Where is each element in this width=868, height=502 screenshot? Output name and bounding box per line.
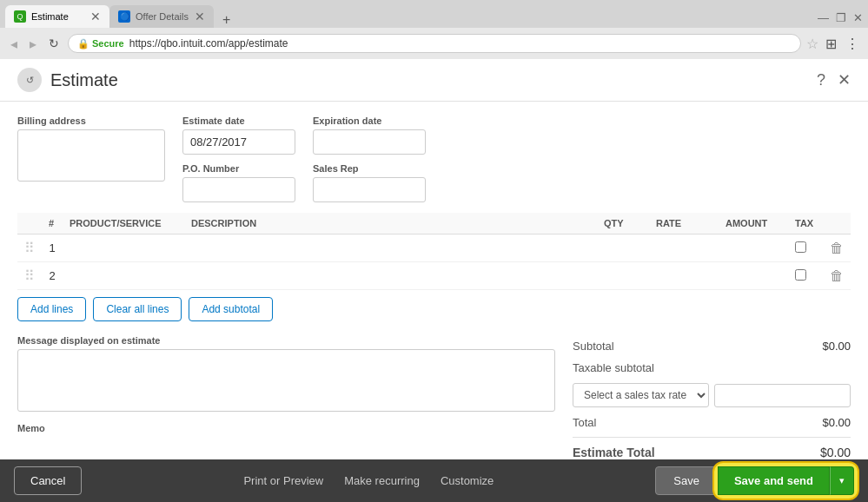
rate-input-2[interactable] [656, 269, 712, 282]
amount-input-2[interactable] [726, 269, 781, 282]
tax-checkbox-1[interactable] [795, 241, 806, 253]
col-product: PRODUCT/SERVICE [63, 213, 184, 234]
window-close-button[interactable]: ✕ [853, 11, 863, 24]
estimate-date-label: Estimate date [182, 116, 295, 126]
delete-row-1-button[interactable]: 🗑 [830, 241, 844, 256]
billing-address-group: Billing address [17, 116, 165, 202]
extensions-icon[interactable]: ⊞ [824, 34, 838, 54]
col-delete [823, 213, 851, 234]
table-actions: Add lines Clear all lines Add subtotal [17, 297, 851, 321]
tax-rate-select[interactable]: Select a sales tax rate [573, 383, 709, 407]
footer: Cancel Print or Preview Make recurring C… [0, 459, 868, 502]
save-and-send-dropdown-button[interactable]: ▾ [830, 466, 854, 495]
memo-label: Memo [17, 423, 555, 433]
billing-address-input[interactable] [17, 129, 165, 182]
url-text: https://qbo.intuit.com/app/estimate [129, 37, 288, 50]
tab-offer-details[interactable]: 🔵 Offer Details ✕ [109, 5, 214, 28]
subtotal-value: $0.00 [798, 340, 851, 353]
table-row: ⠿ 1 🗑 [17, 234, 851, 262]
po-number-label: P.O. Number [182, 163, 295, 174]
address-bar-row: ◂ ▸ ↻ 🔒 Secure https://qbo.intuit.com/ap… [0, 28, 868, 59]
tab-offer-details-close[interactable]: ✕ [195, 10, 205, 23]
bookmark-button[interactable]: ☆ [806, 36, 818, 52]
po-number-input[interactable] [182, 177, 295, 202]
page-title: Estimate [50, 70, 118, 90]
drag-handle-1[interactable]: ⠿ [24, 241, 35, 255]
expiration-date-input[interactable] [313, 129, 426, 155]
lock-icon: 🔒 [77, 38, 89, 50]
right-section: Subtotal $0.00 Taxable subtotal Select a… [573, 335, 851, 459]
col-amount: AMOUNT [719, 213, 788, 234]
estimate-date-input[interactable]: 08/27/2017 [182, 129, 295, 155]
subtotal-row: Subtotal $0.00 [573, 335, 851, 357]
tax-amount-input[interactable] [714, 384, 851, 407]
taxable-subtotal-row: Taxable subtotal [573, 357, 851, 379]
col-num: # [42, 213, 63, 234]
footer-right: Save Save and send ▾ [655, 466, 854, 495]
qty-input-2[interactable] [604, 269, 642, 282]
tab-favicon-od: 🔵 [118, 10, 130, 23]
minimize-button[interactable]: — [818, 11, 829, 24]
tab-estimate[interactable]: Q Estimate ✕ [5, 5, 109, 28]
row-num-2: 2 [42, 262, 63, 290]
row-num-1: 1 [42, 234, 63, 262]
toolbar-right: ⊞ ⋮ [824, 34, 861, 54]
sales-rep-label: Sales Rep [313, 163, 426, 174]
footer-center: Print or Preview Make recurring Customiz… [243, 474, 494, 487]
rate-input-1[interactable] [656, 241, 712, 254]
form-top-row: Billing address Estimate date 08/27/2017… [17, 116, 851, 202]
line-items-table: # PRODUCT/SERVICE DESCRIPTION QTY RATE A… [17, 213, 851, 290]
total-label: Total [573, 416, 596, 429]
app-close-button[interactable]: ✕ [838, 70, 851, 89]
message-textarea[interactable] [17, 349, 555, 412]
drag-handle-2[interactable]: ⠿ [24, 268, 35, 283]
total-row: Total $0.00 [573, 412, 851, 433]
add-subtotal-button[interactable]: Add subtotal [189, 297, 273, 321]
qty-input-1[interactable] [604, 241, 642, 254]
clear-all-lines-button[interactable]: Clear all lines [93, 297, 182, 321]
tab-offer-details-label: Offer Details [136, 11, 189, 22]
po-row: P.O. Number Sales Rep [182, 163, 426, 202]
header-right: ? ✕ [817, 70, 851, 89]
product-input-1[interactable] [70, 241, 177, 254]
tab-estimate-close[interactable]: ✕ [90, 10, 101, 23]
sales-rep-input[interactable] [313, 177, 426, 202]
total-value: $0.00 [798, 416, 851, 429]
tab-favicon-qbo: Q [14, 10, 26, 23]
make-recurring-button[interactable]: Make recurring [344, 474, 420, 487]
reload-button[interactable]: ↻ [45, 35, 63, 52]
col-tax: TAX [788, 213, 823, 234]
delete-row-2-button[interactable]: 🗑 [830, 268, 844, 284]
estimate-total-label: Estimate Total [573, 446, 655, 459]
description-input-2[interactable] [191, 269, 590, 282]
browser-chrome: Q Estimate ✕ 🔵 Offer Details ✕ + — ❐ ✕ ◂… [0, 0, 868, 59]
tax-checkbox-2[interactable] [795, 269, 806, 281]
col-drag [17, 213, 42, 234]
save-button[interactable]: Save [655, 466, 718, 495]
forward-button[interactable]: ▸ [26, 34, 40, 54]
subtotal-label: Subtotal [573, 340, 614, 353]
maximize-button[interactable]: ❐ [836, 11, 846, 24]
product-input-2[interactable] [70, 269, 177, 282]
estimate-date-group: Estimate date 08/27/2017 [182, 116, 295, 155]
add-lines-button[interactable]: Add lines [17, 297, 86, 321]
menu-icon[interactable]: ⋮ [844, 34, 861, 54]
amount-input-1[interactable] [726, 241, 781, 254]
back-button[interactable]: ◂ [7, 34, 21, 54]
help-button[interactable]: ? [817, 71, 825, 89]
bottom-section: Message displayed on estimate Memo Subto… [17, 335, 851, 459]
customize-button[interactable]: Customize [441, 474, 494, 487]
new-tab-button[interactable]: + [217, 12, 235, 28]
taxable-subtotal-label: Taxable subtotal [573, 361, 654, 374]
tab-estimate-label: Estimate [31, 11, 69, 22]
save-and-send-group: Save and send ▾ [718, 466, 854, 495]
table-header-row: # PRODUCT/SERVICE DESCRIPTION QTY RATE A… [17, 213, 851, 234]
app-header: ↺ Estimate ? ✕ [0, 59, 868, 102]
cancel-button[interactable]: Cancel [14, 466, 82, 495]
description-input-1[interactable] [191, 241, 590, 254]
address-bar[interactable]: 🔒 Secure https://qbo.intuit.com/app/esti… [68, 34, 801, 53]
print-or-preview-button[interactable]: Print or Preview [243, 474, 323, 487]
table-row: ⠿ 2 🗑 [17, 262, 851, 290]
tab-bar: Q Estimate ✕ 🔵 Offer Details ✕ + — ❐ ✕ [0, 0, 868, 28]
save-and-send-button[interactable]: Save and send [718, 466, 830, 495]
